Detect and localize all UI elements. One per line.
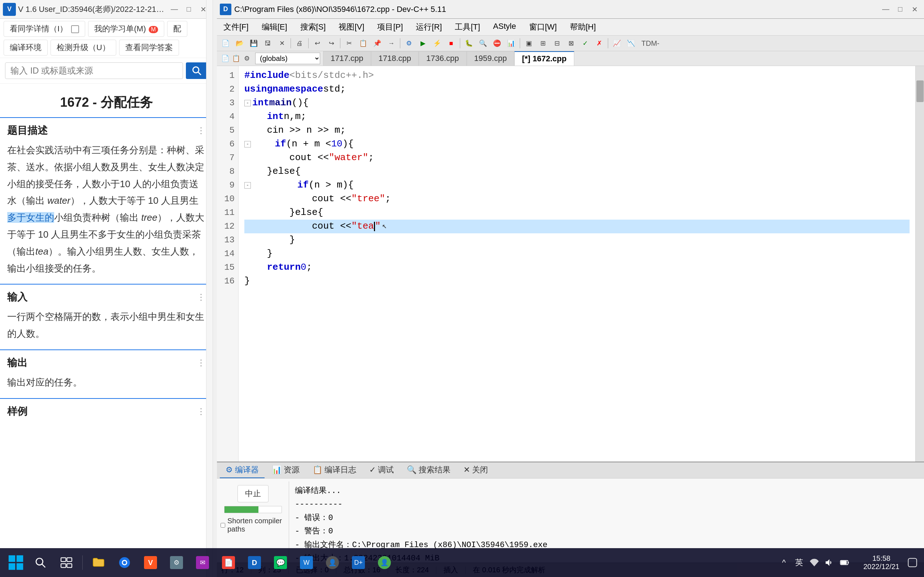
- menu-run[interactable]: 运行[R]: [409, 20, 448, 34]
- match-btn[interactable]: 配: [167, 21, 187, 37]
- tb-check[interactable]: ✓: [578, 37, 591, 49]
- section-output-menu[interactable]: ⋮: [197, 358, 205, 368]
- menu-file[interactable]: 文件[F]: [217, 20, 255, 34]
- section-sample-menu[interactable]: ⋮: [197, 406, 205, 416]
- tab-1717[interactable]: 1717.cpp: [323, 51, 371, 66]
- tb-compile[interactable]: ⚙: [402, 37, 415, 49]
- tb-debug[interactable]: 🐛: [462, 37, 475, 49]
- code-line-12[interactable]: cout << "tea" @keyframes blink { 0%,100%…: [244, 220, 909, 233]
- tab-compiler[interactable]: ⚙ 编译器: [220, 462, 265, 478]
- menu-edit[interactable]: 编辑[E]: [255, 20, 294, 34]
- notification-btn[interactable]: [907, 557, 918, 568]
- shorten-label[interactable]: Shorten compiler paths: [221, 517, 285, 533]
- tb-close[interactable]: ✕: [275, 37, 288, 49]
- devcpp-minimize-btn[interactable]: —: [879, 4, 892, 15]
- app-taskbar-2[interactable]: ⚙: [165, 553, 188, 573]
- fold-6[interactable]: -: [244, 141, 251, 148]
- app-taskbar-3[interactable]: ✉: [191, 553, 214, 573]
- view-student-btn[interactable]: 看同学详情（I）: [3, 21, 85, 37]
- stop-btn[interactable]: 中止: [237, 485, 268, 502]
- tab-icon1[interactable]: 📄: [220, 53, 231, 63]
- my-study-btn[interactable]: 我的学习单(M) M: [88, 21, 164, 37]
- menu-help[interactable]: 帮助[H]: [564, 20, 603, 34]
- code-content[interactable]: #include <bits/stdc++.h> using namespace…: [239, 66, 915, 462]
- left-minimize-btn[interactable]: —: [168, 4, 181, 15]
- app-taskbar-1[interactable]: V: [139, 553, 162, 573]
- tb-compile-run[interactable]: ⚡: [431, 37, 444, 49]
- file-explorer-taskbar[interactable]: [87, 553, 110, 573]
- tb-stop[interactable]: ■: [445, 37, 458, 49]
- tab-icon2[interactable]: 📋: [231, 53, 241, 63]
- tray-chevron[interactable]: ^: [778, 557, 790, 568]
- start-button[interactable]: [6, 553, 26, 573]
- tb-new[interactable]: 📄: [219, 37, 232, 49]
- app7-taskbar[interactable]: D+: [347, 553, 370, 573]
- app5-taskbar[interactable]: W: [295, 553, 318, 573]
- tb-layout2[interactable]: ⊞: [536, 37, 549, 49]
- menu-view[interactable]: 视图[V]: [332, 20, 371, 34]
- tray-battery[interactable]: [839, 557, 850, 568]
- tab-1672[interactable]: [*] 1672.cpp: [514, 51, 574, 66]
- wechat-taskbar[interactable]: 💬: [269, 553, 292, 573]
- tab-debug[interactable]: ✓ 调试: [363, 462, 399, 478]
- view-answers-btn[interactable]: 查看同学答案: [119, 40, 179, 56]
- code-editor[interactable]: 1 2 3 4 5 6 7 8 9 10 11 12 13 14 15 16 #…: [217, 66, 924, 462]
- tb-print[interactable]: 🖨: [293, 37, 306, 49]
- browser-taskbar[interactable]: [113, 553, 136, 573]
- tb-cross[interactable]: ✗: [593, 37, 606, 49]
- tb-indent[interactable]: →: [385, 37, 398, 49]
- tb-debug2[interactable]: 🔍: [477, 37, 489, 49]
- globals-select[interactable]: (globals): [255, 53, 320, 64]
- tray-network[interactable]: [809, 557, 820, 568]
- taskbar-search-btn[interactable]: [29, 553, 52, 573]
- tb-copy[interactable]: 📋: [357, 37, 370, 49]
- tab-icon3[interactable]: ⚙: [241, 53, 252, 63]
- tab-1718[interactable]: 1718.cpp: [371, 51, 419, 66]
- tb-cut[interactable]: ✂: [342, 37, 355, 49]
- app6-taskbar[interactable]: 👤: [321, 553, 344, 573]
- menu-project[interactable]: 项目[P]: [371, 20, 409, 34]
- compile-env-btn[interactable]: 编译环境: [3, 40, 48, 56]
- app-taskbar-4[interactable]: 📄: [217, 553, 240, 573]
- taskview-btn[interactable]: [55, 553, 78, 573]
- tb-undo[interactable]: ↩: [311, 37, 324, 49]
- tb-layout1[interactable]: ▣: [522, 37, 535, 49]
- tb-open[interactable]: 📂: [233, 37, 246, 49]
- tab-search-results[interactable]: 🔍 搜索结果: [401, 462, 456, 478]
- tb-layout4[interactable]: ⊠: [564, 37, 577, 49]
- tb-chart2[interactable]: 📉: [624, 37, 637, 49]
- tab-close[interactable]: ✕ 关闭: [458, 462, 494, 478]
- tb-profile[interactable]: 📊: [505, 37, 518, 49]
- menu-tools[interactable]: 工具[T]: [448, 20, 486, 34]
- search-button[interactable]: [186, 62, 208, 79]
- tray-lang[interactable]: 英: [793, 557, 805, 568]
- shorten-checkbox[interactable]: [221, 523, 225, 528]
- tb-run[interactable]: ▶: [417, 37, 430, 49]
- tb-save-all[interactable]: 🖫: [261, 37, 274, 49]
- tb-chart[interactable]: 📈: [611, 37, 624, 49]
- left-scrollbar[interactable]: [206, 0, 213, 577]
- tab-resources[interactable]: 📊 资源: [266, 462, 305, 478]
- search-input[interactable]: [5, 62, 183, 79]
- app8-taskbar[interactable]: 👤: [373, 553, 396, 573]
- clock[interactable]: 15:58 2022/12/21: [859, 554, 904, 571]
- tb-save[interactable]: 💾: [247, 37, 260, 49]
- tb-debug3[interactable]: ⛔: [491, 37, 504, 49]
- code-scrollbar[interactable]: [915, 66, 924, 462]
- fold-3[interactable]: -: [244, 100, 251, 106]
- menu-search[interactable]: 搜索[S]: [294, 20, 333, 34]
- devcpp-taskbar[interactable]: D: [243, 553, 266, 573]
- tray-volume[interactable]: [824, 557, 835, 568]
- menu-window[interactable]: 窗口[W]: [523, 20, 564, 34]
- fold-9[interactable]: -: [244, 182, 251, 189]
- tb-layout3[interactable]: ⊟: [551, 37, 564, 49]
- check-update-btn[interactable]: 检测升级（U）: [50, 40, 116, 56]
- menu-astyle[interactable]: AStyle: [486, 20, 523, 34]
- devcpp-close-btn[interactable]: ✕: [908, 4, 921, 15]
- scroll-thumb[interactable]: [916, 81, 924, 102]
- devcpp-maximize-btn[interactable]: □: [894, 4, 907, 15]
- section-description-menu[interactable]: ⋮: [197, 126, 205, 135]
- tb-paste[interactable]: 📌: [371, 37, 384, 49]
- tab-1736[interactable]: 1736.cpp: [419, 51, 467, 66]
- section-input-menu[interactable]: ⋮: [197, 292, 205, 302]
